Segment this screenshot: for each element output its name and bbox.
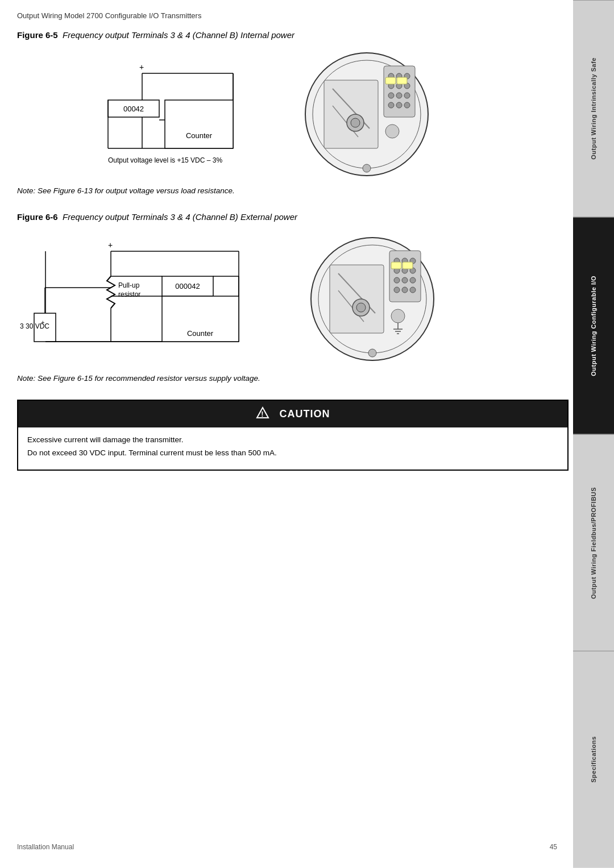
- footer-page-number: 45: [550, 843, 557, 851]
- figure2-diagram: + Pull-up resistor: [17, 231, 569, 367]
- svg-point-79: [402, 287, 408, 293]
- svg-text:!: !: [261, 410, 264, 418]
- svg-rect-81: [330, 265, 384, 333]
- figure1-circuit-svg: + 00042 Count: [17, 57, 290, 171]
- svg-text:Output voltage level is +15 VD: Output voltage level is +15 VDC – 3%: [108, 156, 222, 164]
- svg-point-35: [385, 124, 399, 138]
- caution-header: ! CAUTION: [18, 401, 567, 427]
- svg-rect-89: [403, 262, 413, 269]
- svg-point-33: [351, 118, 360, 127]
- svg-rect-29: [324, 80, 378, 148]
- svg-rect-9: [165, 100, 233, 148]
- svg-point-76: [402, 277, 408, 283]
- svg-point-80: [410, 287, 416, 293]
- svg-text:+: +: [139, 63, 144, 72]
- caution-triangle-icon: !: [256, 406, 269, 422]
- svg-point-86: [368, 349, 376, 357]
- svg-point-75: [394, 277, 400, 283]
- sidebar-tab-specifications[interactable]: Specifications: [573, 651, 614, 868]
- svg-point-77: [410, 277, 416, 283]
- svg-text:+: +: [108, 240, 113, 250]
- figure1-note: Note: See Figure 6-13 for output voltage…: [17, 186, 569, 195]
- svg-rect-88: [391, 262, 401, 269]
- svg-point-78: [394, 287, 400, 293]
- svg-rect-37: [397, 77, 407, 84]
- caution-box: ! CAUTION Excessive current will damage …: [17, 400, 569, 471]
- svg-point-85: [356, 303, 366, 312]
- figure1-transmitter: [301, 49, 432, 180]
- svg-text:3 30 VDC: 3 30 VDC: [20, 322, 49, 330]
- sidebar-tab-intrinsically-safe[interactable]: Output Wiring Intrinsically Safe: [573, 0, 614, 217]
- svg-point-26: [388, 102, 394, 108]
- svg-point-25: [404, 93, 410, 98]
- breadcrumb: Output Wiring Model 2700 Configurable I/…: [17, 11, 569, 20]
- figure1-title: Figure 6-5 Frequency output Terminals 3 …: [17, 30, 569, 40]
- svg-point-23: [388, 93, 394, 98]
- svg-point-28: [404, 102, 410, 108]
- figure1-diagram: + 00042 Count: [17, 49, 569, 180]
- caution-line2: Do not exceed 30 VDC input. Terminal cur…: [27, 448, 558, 457]
- sidebar-tab-fieldbus[interactable]: Output Wiring Fieldbus/PROFIBUS: [573, 434, 614, 651]
- caution-label: CAUTION: [280, 408, 330, 420]
- footer-left: Installation Manual: [17, 843, 74, 851]
- svg-point-34: [363, 164, 371, 172]
- svg-text:Pull-up: Pull-up: [118, 281, 140, 289]
- sidebar: Output Wiring Intrinsically Safe Output …: [573, 0, 614, 868]
- svg-rect-36: [385, 77, 396, 84]
- svg-point-27: [396, 102, 402, 108]
- caution-line1: Excessive current will damage the transm…: [27, 435, 558, 444]
- caution-body: Excessive current will damage the transm…: [18, 427, 567, 470]
- figure2-circuit-svg: + Pull-up resistor: [17, 231, 301, 367]
- svg-text:000042: 000042: [175, 282, 200, 290]
- svg-text:Counter: Counter: [186, 131, 213, 140]
- svg-text:resistor: resistor: [118, 290, 140, 298]
- svg-text:00042: 00042: [123, 105, 144, 113]
- figure2-title: Figure 6-6 Frequency output Terminals 3 …: [17, 212, 569, 222]
- svg-point-87: [391, 309, 405, 323]
- sidebar-tab-configurable-io[interactable]: Output Wiring Configurable I/O: [573, 217, 614, 434]
- svg-point-24: [396, 93, 402, 98]
- svg-text:Counter: Counter: [187, 329, 214, 338]
- figure2-transmitter: [307, 234, 438, 364]
- figure2-note: Note: See Figure 6-15 for recommended re…: [17, 374, 569, 383]
